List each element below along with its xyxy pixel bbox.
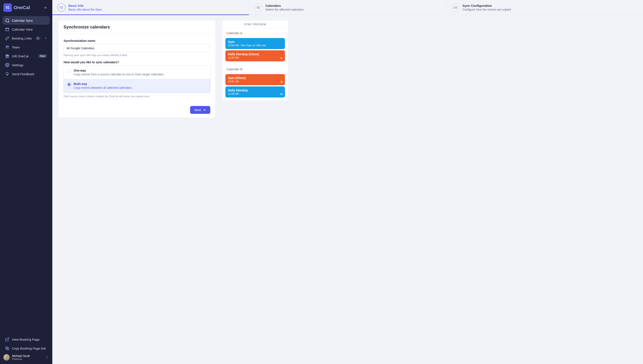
sidebar-item-label: Booking Links bbox=[12, 36, 32, 40]
preview-event: Gym 10:00 AM · Flex Gym on 16th Ave bbox=[226, 38, 285, 49]
chevron-right-icon bbox=[44, 37, 47, 40]
sidebar-item-label: Calendar Sync bbox=[12, 19, 33, 22]
sidebar-item-label: View Booking Page bbox=[12, 338, 40, 341]
svg-point-2 bbox=[8, 46, 9, 47]
lightbulb-icon bbox=[5, 72, 9, 76]
radio-subtitle: Copy events between all selected calenda… bbox=[74, 86, 132, 90]
main-content: 01 Basic Info Basic info about the Sync … bbox=[52, 0, 643, 364]
event-title: Daily Standup (Clone) bbox=[228, 52, 282, 56]
form-heading: Synchronize calendars bbox=[59, 20, 216, 34]
step-number: 01 bbox=[57, 4, 66, 12]
sidebar-item-calendar-view[interactable]: Calendar View bbox=[3, 25, 50, 34]
step-title: Basic Info bbox=[69, 4, 102, 8]
step-calendars[interactable]: 02 Calendars Select the affected calenda… bbox=[249, 0, 446, 15]
calendar-a-title: Calendar A bbox=[222, 29, 288, 36]
sidebar-item-label: Gift OneCal bbox=[12, 54, 29, 58]
step-subtitle: Select the affected calendars bbox=[265, 8, 304, 11]
sidebar-item-feedback[interactable]: Send Feedback bbox=[3, 70, 50, 78]
copy-icon bbox=[5, 346, 9, 350]
svg-point-1 bbox=[6, 46, 7, 47]
team-icon bbox=[5, 45, 9, 49]
lock-icon bbox=[280, 57, 283, 59]
radio-title: Multi-way bbox=[74, 82, 132, 86]
sidebar-item-calendar-sync[interactable]: Calendar Sync bbox=[3, 16, 50, 25]
sidebar-item-booking-links[interactable]: Booking Links 1 bbox=[3, 34, 50, 42]
video-icon bbox=[280, 93, 283, 95]
step-number: 03 bbox=[452, 4, 460, 12]
chevrons-left-icon bbox=[44, 6, 47, 10]
sidebar-item-label: Settings bbox=[12, 63, 23, 67]
sync-form-card: Synchronize calendars Synchronization na… bbox=[58, 20, 216, 118]
sync-preview-card: SYNC PREVIEW Calendar A Gym 10:00 AM · F… bbox=[222, 20, 288, 101]
kebab-icon bbox=[45, 356, 49, 359]
sidebar-item-gift[interactable]: Gift OneCal New bbox=[3, 52, 50, 60]
sync-name-input[interactable] bbox=[64, 44, 210, 52]
collapse-sidebar-button[interactable] bbox=[42, 4, 49, 11]
sidebar-item-label: Send Feedback bbox=[12, 72, 34, 76]
sidebar-item-team[interactable]: Team bbox=[3, 43, 50, 52]
step-number: 02 bbox=[254, 4, 262, 12]
svg-point-8 bbox=[47, 356, 47, 356]
next-button-label: Next bbox=[194, 108, 201, 112]
sidebar-item-settings[interactable]: Settings bbox=[3, 61, 50, 69]
calendar-a-block: Gym 10:00 AM · Flex Gym on 16th Ave Dail… bbox=[224, 36, 286, 63]
sidebar-item-copy-booking-link[interactable]: Copy Booking Page link bbox=[3, 344, 50, 352]
link-icon bbox=[5, 36, 9, 40]
brand-logo[interactable]: 01 OneCal bbox=[4, 4, 30, 12]
arrow-right-icon bbox=[203, 108, 206, 112]
step-sync-configuration[interactable]: 03 Sync Configuration Configure how the … bbox=[446, 0, 643, 15]
event-title: Gym (Clone) bbox=[228, 76, 282, 80]
next-button[interactable]: Next bbox=[190, 106, 210, 114]
sidebar-item-label: Copy Booking Page link bbox=[12, 346, 46, 350]
primary-nav: Calendar Sync Calendar View Booking Link… bbox=[3, 16, 50, 78]
event-title: Gym bbox=[228, 40, 282, 44]
svg-rect-11 bbox=[281, 58, 282, 59]
user-plan: Premium bbox=[12, 358, 30, 360]
event-subtitle: 10:00 AM bbox=[228, 80, 282, 83]
lock-icon bbox=[280, 80, 283, 83]
calendar-b-title: Calendar B bbox=[222, 64, 288, 73]
sync-method-label: How would you like to sync calendars? bbox=[64, 60, 210, 64]
svg-rect-0 bbox=[6, 28, 9, 31]
preview-event: Gym (Clone) 10:00 AM bbox=[226, 74, 285, 85]
brand-badge: 01 bbox=[4, 4, 12, 12]
svg-point-9 bbox=[47, 357, 47, 358]
user-name: Michael Scott bbox=[12, 354, 30, 358]
user-profile[interactable]: Michael Scott Premium bbox=[3, 352, 50, 362]
external-link-icon bbox=[5, 337, 9, 342]
preview-title: SYNC PREVIEW bbox=[222, 20, 288, 29]
sync-name-label: Synchronization name bbox=[64, 39, 210, 42]
stepper: 01 Basic Info Basic info about the Sync … bbox=[52, 0, 643, 15]
step-title: Sync Configuration bbox=[463, 4, 511, 8]
user-menu-button[interactable] bbox=[45, 356, 49, 359]
step-basic-info[interactable]: 01 Basic Info Basic info about the Sync bbox=[52, 0, 249, 15]
calendar-b-block: Gym (Clone) 10:00 AM Daily Standup 11:00… bbox=[224, 73, 286, 99]
step-subtitle: Basic info about the Sync bbox=[69, 8, 102, 11]
radio-multi-way[interactable]: Multi-way Copy events between all select… bbox=[64, 79, 210, 92]
sync-icon bbox=[5, 18, 9, 22]
event-subtitle: 10:00 AM · Flex Gym on 16th Ave bbox=[228, 44, 282, 47]
event-subtitle: 11:00 AM bbox=[228, 56, 282, 59]
step-title: Calendars bbox=[265, 4, 304, 8]
gear-icon bbox=[5, 63, 9, 67]
sidebar-item-label: Calendar View bbox=[12, 28, 33, 31]
calendar-icon bbox=[5, 27, 9, 32]
sidebar-item-label: Team bbox=[12, 46, 20, 49]
svg-point-5 bbox=[7, 64, 8, 66]
avatar bbox=[4, 354, 10, 360]
svg-rect-12 bbox=[281, 82, 282, 83]
gift-icon bbox=[5, 54, 9, 58]
sidebar-item-view-booking-page[interactable]: View Booking Page bbox=[3, 335, 50, 344]
sync-name-help: Naming your sync will help you easily id… bbox=[64, 54, 210, 57]
svg-point-10 bbox=[47, 358, 47, 359]
preview-event: Daily Standup (Clone) 11:00 AM bbox=[226, 50, 285, 61]
event-title: Daily Standup bbox=[228, 88, 282, 92]
sidebar: 01 OneCal Calendar Sync Calendar Vie bbox=[0, 0, 52, 364]
radio-title: One-way bbox=[74, 69, 165, 72]
sync-method-note: Don't worry, event clones created by One… bbox=[64, 95, 210, 98]
radio-one-way[interactable]: One-way Copy events from a source calend… bbox=[64, 66, 210, 79]
brand-name: OneCal bbox=[14, 5, 30, 10]
radio-icon bbox=[67, 82, 71, 86]
radio-subtitle: Copy events from a source calendar to on… bbox=[74, 73, 165, 76]
radio-icon bbox=[67, 69, 71, 73]
